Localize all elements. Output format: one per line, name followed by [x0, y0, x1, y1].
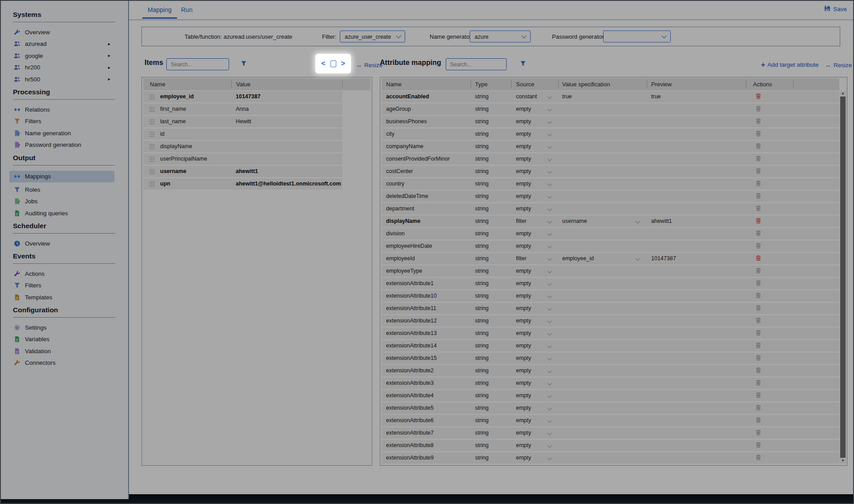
delete-trash-icon[interactable] — [755, 255, 761, 263]
password-generator-select[interactable] — [603, 31, 671, 43]
sidebar-item-password-generation[interactable]: Password generation — [9, 141, 114, 149]
tab-mapping[interactable]: Mapping — [148, 6, 172, 13]
source-dropdown-value[interactable]: empty — [516, 116, 531, 127]
delete-trash-icon[interactable] — [755, 454, 761, 462]
delete-trash-icon[interactable] — [755, 355, 761, 363]
chevron-down-icon[interactable] — [548, 244, 552, 249]
scrollbar-thumb[interactable] — [840, 97, 846, 458]
sidebar-item-mappings[interactable]: Mappings — [9, 171, 114, 182]
chevron-down-icon[interactable] — [548, 369, 552, 373]
items-search-input[interactable] — [170, 61, 241, 68]
sidebar-item-actions[interactable]: Actions — [9, 269, 114, 278]
chevron-down-icon[interactable] — [548, 95, 552, 99]
sidebar-item-name-generation[interactable]: Name generation — [9, 129, 114, 137]
chevron-down-icon[interactable] — [548, 169, 552, 174]
source-dropdown-value[interactable]: empty — [516, 178, 531, 190]
chevron-down-icon[interactable] — [636, 219, 640, 224]
chevron-left-icon[interactable]: < — [321, 60, 325, 67]
sidebar-item-azuread[interactable]: azuread► — [9, 40, 114, 48]
chevron-down-icon[interactable] — [548, 107, 552, 112]
chevron-down-icon[interactable] — [548, 257, 552, 261]
delete-trash-icon[interactable] — [755, 230, 761, 238]
sidebar-item-settings[interactable]: Settings — [9, 323, 114, 332]
chevron-down-icon[interactable] — [548, 381, 552, 386]
source-dropdown-value[interactable]: empty — [516, 452, 531, 464]
value-specification[interactable]: username — [562, 216, 587, 227]
chevron-right-icon[interactable]: > — [341, 60, 345, 67]
chevron-down-icon[interactable] — [548, 419, 552, 423]
tab-run[interactable]: Run — [181, 6, 193, 13]
delete-trash-icon[interactable] — [755, 367, 761, 375]
delete-trash-icon[interactable] — [755, 392, 761, 400]
source-dropdown-value[interactable]: empty — [516, 440, 531, 451]
sidebar-item-relations[interactable]: Relations — [9, 105, 114, 114]
delete-trash-icon[interactable] — [755, 155, 761, 163]
delete-trash-icon[interactable] — [755, 193, 761, 201]
chevron-down-icon[interactable] — [548, 194, 552, 199]
sidebar-item-roles[interactable]: Roles — [9, 185, 114, 194]
expand-caret-icon[interactable]: ► — [107, 53, 111, 58]
source-dropdown-value[interactable]: empty — [516, 203, 531, 214]
delete-trash-icon[interactable] — [755, 180, 761, 188]
expand-caret-icon[interactable]: ► — [107, 65, 111, 70]
value-specification[interactable]: true — [562, 91, 572, 102]
delete-trash-icon[interactable] — [755, 267, 761, 275]
scroll-up-icon[interactable]: ▲ — [840, 91, 846, 96]
chevron-down-icon[interactable] — [548, 356, 552, 361]
chevron-down-icon[interactable] — [548, 344, 552, 348]
source-dropdown-value[interactable]: empty — [516, 427, 531, 439]
drag-handle-icon[interactable] — [149, 156, 155, 162]
sidebar-item-auditing-queries[interactable]: Auditing queries — [9, 209, 114, 218]
vertical-scrollbar[interactable]: ▲ ▼ — [840, 91, 846, 464]
sidebar-item-filters[interactable]: Filters — [9, 117, 114, 126]
source-dropdown-value[interactable]: empty — [516, 278, 531, 289]
source-dropdown-value[interactable]: empty — [516, 166, 531, 177]
source-dropdown-value[interactable]: empty — [516, 415, 531, 426]
drag-handle-icon[interactable] — [149, 94, 155, 100]
chevron-down-icon[interactable] — [548, 232, 552, 236]
filter-select[interactable]: azure_user_create — [340, 31, 405, 43]
source-dropdown-value[interactable]: empty — [516, 153, 531, 165]
source-dropdown-value[interactable]: empty — [516, 129, 531, 140]
delete-trash-icon[interactable] — [755, 317, 761, 325]
chevron-down-icon[interactable] — [548, 331, 552, 336]
chevron-down-icon[interactable] — [548, 431, 552, 435]
save-button[interactable]: Save — [824, 5, 847, 13]
chevron-down-icon[interactable] — [548, 207, 552, 211]
delete-trash-icon[interactable] — [755, 404, 761, 412]
chevron-down-icon[interactable] — [636, 257, 640, 261]
sidebar-item-google[interactable]: google► — [9, 51, 114, 60]
sidebar-item-templates[interactable]: Templates — [9, 293, 114, 302]
sidebar-item-filters[interactable]: Filters — [9, 281, 114, 290]
source-dropdown-value[interactable]: empty — [516, 266, 531, 277]
source-dropdown-value[interactable]: filter — [516, 253, 527, 264]
sidebar-item-variables[interactable]: Variables — [9, 335, 114, 344]
value-specification[interactable]: employee_id — [562, 253, 594, 264]
sidebar-item-jobs[interactable]: Jobs — [9, 197, 114, 206]
delete-trash-icon[interactable] — [755, 105, 761, 113]
source-dropdown-value[interactable]: empty — [516, 340, 531, 351]
chevron-down-icon[interactable] — [548, 319, 552, 323]
source-dropdown-value[interactable]: empty — [516, 328, 531, 339]
mapping-search-input[interactable] — [449, 61, 520, 68]
add-target-attribute-button[interactable]: + Add target attribute — [761, 61, 818, 68]
chevron-down-icon[interactable] — [548, 294, 552, 298]
sidebar-item-validation[interactable]: Validation — [9, 347, 114, 355]
source-dropdown-value[interactable]: empty — [516, 141, 531, 152]
sidebar-item-connectors[interactable]: Connectors — [9, 359, 114, 367]
drag-handle-icon[interactable] — [149, 181, 155, 187]
chevron-down-icon[interactable] — [548, 182, 552, 186]
source-dropdown-value[interactable]: empty — [516, 403, 531, 414]
delete-trash-icon[interactable] — [755, 417, 761, 425]
delete-trash-icon[interactable] — [755, 442, 761, 450]
source-dropdown-value[interactable]: filter — [516, 216, 527, 227]
items-search[interactable] — [166, 58, 229, 70]
source-dropdown-value[interactable]: empty — [516, 365, 531, 376]
chevron-down-icon[interactable] — [548, 269, 552, 274]
delete-trash-icon[interactable] — [755, 242, 761, 250]
sidebar-item-hr200[interactable]: hr200► — [9, 63, 114, 72]
source-dropdown-value[interactable]: empty — [516, 228, 531, 239]
delete-trash-icon[interactable] — [755, 130, 761, 138]
sidebar-item-hr500[interactable]: hr500► — [9, 75, 114, 84]
source-dropdown-value[interactable]: empty — [516, 191, 531, 202]
